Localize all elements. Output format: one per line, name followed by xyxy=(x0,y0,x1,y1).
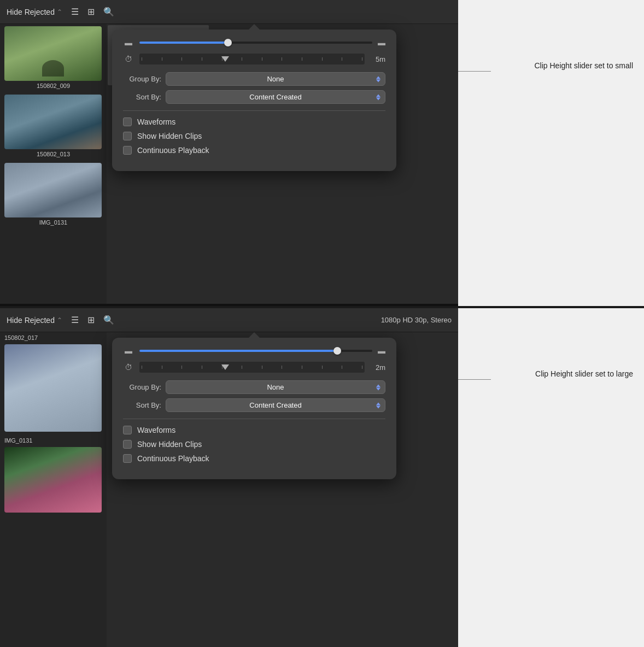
timer-icon-2: ⏱ xyxy=(123,363,134,372)
sort-by-label: Sort By: xyxy=(123,93,161,101)
list-view-icon[interactable]: ☰ xyxy=(71,7,79,17)
annotation-line-bottom xyxy=(458,379,491,380)
continuous-playback-checkbox[interactable] xyxy=(123,146,132,155)
hide-rejected-button-2[interactable]: Hide Rejected ⌃ xyxy=(7,316,62,325)
arrow-up-icon-2 xyxy=(376,384,380,387)
waveforms-label: Waveforms xyxy=(137,117,175,126)
sort-by-row-2: Sort By: Content Created xyxy=(123,398,385,412)
clip-list-top: 150802_009 150802_013 IMG_0131 xyxy=(0,24,107,304)
list-item[interactable] xyxy=(0,342,107,435)
clip-browser-bottom: 150802_017 IMG_0131 ▬ ▬ xyxy=(0,332,458,647)
continuous-playback-checkbox-2[interactable] xyxy=(123,454,132,463)
waveforms-checkbox-2[interactable] xyxy=(123,426,132,434)
duration-value-bottom: 2m xyxy=(370,363,385,372)
search-icon-2[interactable]: 🔍 xyxy=(103,315,114,325)
list-item[interactable]: IMG_0131 xyxy=(0,161,107,229)
continuous-playback-label: Continuous Playback xyxy=(137,146,209,155)
hide-rejected-button[interactable]: Hide Rejected ⌃ xyxy=(7,8,62,16)
duration-thumb-2[interactable] xyxy=(221,364,229,370)
show-hidden-clips-checkbox-2[interactable] xyxy=(123,440,132,449)
divider xyxy=(123,110,385,111)
clip-content-bottom: ▬ ▬ ⏱ xyxy=(107,332,458,647)
arrow-down-icon-3 xyxy=(376,405,380,408)
arrow-down-icon-2 xyxy=(376,387,380,390)
clip-large-icon: ▬ xyxy=(378,38,385,47)
clip-height-row-2: ▬ ▬ xyxy=(123,346,385,355)
arrow-up-icon xyxy=(376,76,380,79)
waveforms-label-2: Waveforms xyxy=(137,426,175,434)
duration-row-top: ⏱ xyxy=(123,54,385,64)
annotation-area-top: Clip Height slider set to small xyxy=(458,0,644,306)
arrow-up-icon xyxy=(376,94,380,97)
group-by-value-2: None xyxy=(267,383,284,391)
duration-thumb[interactable] xyxy=(221,56,229,62)
group-by-row: Group By: None xyxy=(123,72,385,86)
continuous-playback-row: Continuous Playback xyxy=(123,146,385,155)
hide-rejected-label-2: Hide Rejected xyxy=(7,316,55,325)
list-view-icon-2[interactable]: ☰ xyxy=(71,315,79,325)
tick-marks-2 xyxy=(139,366,365,369)
clip-settings-panel-top: ▬ ▬ ⏱ xyxy=(112,30,396,171)
list-item[interactable]: 150802_009 xyxy=(0,24,107,92)
toolbar-icon-group-2: ☰ ⊞ 🔍 xyxy=(71,315,114,325)
group-by-select[interactable]: None xyxy=(166,72,385,86)
duration-value-top: 5m xyxy=(370,55,385,63)
group-by-select-2[interactable]: None xyxy=(166,380,385,394)
waveforms-row-2: Waveforms xyxy=(123,426,385,434)
clip-settings-panel-bottom: ▬ ▬ ⏱ xyxy=(112,338,396,479)
clip-height-slider[interactable] xyxy=(139,42,372,44)
show-hidden-clips-checkbox[interactable] xyxy=(123,132,132,140)
divider-2 xyxy=(123,419,385,419)
sort-by-value: Content Created xyxy=(249,93,301,101)
grid-view-icon-2[interactable]: ⊞ xyxy=(87,315,95,325)
show-hidden-clips-row: Show Hidden Clips xyxy=(123,132,385,140)
waveforms-checkbox[interactable] xyxy=(123,117,132,126)
sort-by-select[interactable]: Content Created xyxy=(166,90,385,104)
clip-label-img0131: IMG_0131 xyxy=(0,435,107,445)
arrow-down-icon xyxy=(376,97,380,100)
waveforms-row: Waveforms xyxy=(123,117,385,126)
slider-thumb[interactable] xyxy=(224,39,232,46)
arrow-down-icon xyxy=(376,79,380,82)
clip-thumbnail-flowers xyxy=(4,447,102,513)
sort-by-value-2: Content Created xyxy=(249,401,301,409)
clip-section-label: 150802_017 xyxy=(0,332,107,342)
clip-small-icon-2: ▬ xyxy=(123,346,134,355)
updown-icon: ⌃ xyxy=(57,8,62,16)
duration-slider-2[interactable] xyxy=(139,362,365,373)
clip-thumbnail-large xyxy=(4,344,102,432)
clip-thumbnail xyxy=(4,95,102,149)
annotation-area-bottom: Clip Height slider set to large xyxy=(458,308,644,647)
select-arrows xyxy=(376,76,380,82)
toolbar-icon-group: ☰ ⊞ 🔍 xyxy=(71,7,114,17)
clip-thumbnail xyxy=(4,26,102,81)
group-by-label: Group By: xyxy=(123,75,161,83)
slider-thumb-2[interactable] xyxy=(333,347,341,355)
select-arrows-3 xyxy=(376,402,380,408)
arrow-up-icon-3 xyxy=(376,402,380,405)
clip-small-icon: ▬ xyxy=(123,38,134,47)
continuous-playback-label-2: Continuous Playback xyxy=(137,454,209,463)
bottom-section: Hide Rejected ⌃ ☰ ⊞ 🔍 1080p HD 30p, Ster… xyxy=(0,308,458,647)
clip-height-slider-2[interactable] xyxy=(139,350,372,352)
sort-by-row: Sort By: Content Created xyxy=(123,90,385,104)
annotation-line-top xyxy=(458,71,491,72)
list-item[interactable] xyxy=(0,445,107,516)
select-arrows-2 xyxy=(376,384,380,390)
clip-list-bottom: 150802_017 IMG_0131 xyxy=(0,332,107,647)
tick-marks xyxy=(139,57,365,61)
hide-rejected-label: Hide Rejected xyxy=(7,8,55,16)
group-by-row-2: Group By: None xyxy=(123,380,385,394)
group-by-label-2: Group By: xyxy=(123,383,161,391)
clip-thumbnail xyxy=(4,163,102,217)
duration-slider[interactable] xyxy=(139,54,365,64)
list-item[interactable]: 150802_013 xyxy=(0,92,107,161)
search-icon[interactable]: 🔍 xyxy=(103,7,114,17)
sort-by-select-2[interactable]: Content Created xyxy=(166,398,385,412)
clip-label: 150802_009 xyxy=(4,83,102,89)
timer-icon: ⏱ xyxy=(123,55,134,63)
updown-icon-2: ⌃ xyxy=(57,316,62,324)
slider-fill-2 xyxy=(139,350,337,352)
grid-view-icon[interactable]: ⊞ xyxy=(87,7,95,17)
show-hidden-clips-label-2: Show Hidden Clips xyxy=(137,440,202,449)
